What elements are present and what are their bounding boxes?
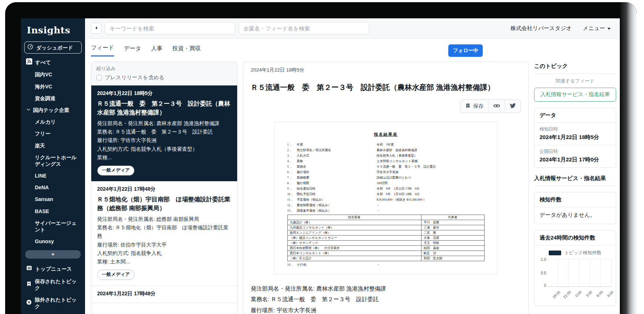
- detail-fields: 発注部局名・発注所属名: 農林水産部 漁港漁村整備課 業務名: Ｒ５流通一般 委…: [251, 283, 521, 314]
- feed-item-field: 業種: 土木関...: [97, 258, 231, 266]
- feed-item-0[interactable]: 2024年1月22日 18時5分 Ｒ５流通一般 委 第２ー３号 設計委託（農林水…: [91, 85, 237, 181]
- menu-button[interactable]: メニュー: [583, 25, 611, 32]
- chevron-down-icon: [26, 107, 31, 113]
- chart-legend: トピック検知件数: [539, 250, 611, 256]
- add-feed-button[interactable]: +: [25, 250, 81, 259]
- feed-item-field: 入札契約方式: 指名競争入札（事後審査型）: [97, 145, 231, 153]
- app-screen: Insights ダッシュボード すべて 国内VC 海外VC 資金調達: [21, 18, 621, 314]
- press-release-filter[interactable]: プレスリリースを含める: [96, 74, 232, 81]
- sidebar-item-company-0[interactable]: メルカリ: [21, 116, 85, 128]
- sidebar-item-dashboard[interactable]: ダッシュボード: [24, 41, 82, 54]
- feed-item-title: Ｒ５流通一般 委 第２ー３号 設計委託（農林水産部 漁港漁村整備課）: [97, 99, 231, 117]
- feed-item-date: 2024年1月22日 18時5分: [97, 90, 231, 97]
- sidebar-item-company-9[interactable]: Gunosy: [21, 236, 85, 247]
- table-row: 九州建設コンサルタント（株）三浦 慶宣: [287, 225, 484, 230]
- feed-item-1[interactable]: 2024年1月22日 17時48分 Ｒ５畑地化（畑）宇目南部 ほ場整備設計委託業…: [91, 181, 237, 286]
- sidebar-item-company-6[interactable]: Sansan: [21, 193, 85, 205]
- sidebar-item-saved-topics[interactable]: 保存されたトピック: [21, 275, 85, 294]
- table-row: 西日本コンサルタント（株）帆足 渉: [287, 251, 484, 256]
- back-button[interactable]: [91, 23, 102, 34]
- sidebar-item-excluded-topics[interactable]: 除外されたトピック: [21, 294, 85, 312]
- feed-filter: 絞り込み プレスリリースを含める: [91, 62, 237, 85]
- filter-label: 絞り込み: [96, 65, 232, 72]
- detection-chart: トピック検知件数 1.0 0.5 0: [534, 245, 616, 306]
- no-data-message: データがありません。: [534, 207, 616, 224]
- content-area: 絞り込み プレスリリースを含める 2024年1月22日 18時5分 Ｒ５流通一般…: [85, 60, 621, 314]
- bookmark-plus-icon: [465, 103, 471, 110]
- chart-card: 過去24時間の検知件数 トピック検知件数 1.0 0.5 0: [534, 230, 616, 306]
- sidebar-item-csv-export[interactable]: CSVエクスポート: [21, 312, 85, 314]
- sidebar-item-company-1[interactable]: フリー: [21, 128, 85, 139]
- tab-ma[interactable]: 投資・買収: [172, 45, 201, 56]
- data-card-heading: データ: [534, 108, 616, 123]
- feed-item-field: 入札契約方式: 指名競争入札: [97, 249, 231, 258]
- twitter-share-button[interactable]: [505, 100, 520, 113]
- keyword-search-input[interactable]: [105, 22, 235, 34]
- feed-item-field: 発注部局名・発注所属名: 総務部 南部振興局: [97, 215, 231, 223]
- feed-item-field: 履行場所: 佐伯市宇目大字大平: [97, 241, 231, 249]
- tabs-row: フィード データ 人事 投資・買収: [85, 39, 621, 60]
- nominated-vendors-table: 指名業者代表者 九建設計（株）平川 昌寛 九州建設コンサルタント（株）三浦 慶宣…: [287, 215, 485, 261]
- topic-detail-panel: 2024年1月22日 18時5分 Ｒ５流通一般 委 第２ー３号 設計委託（農林水…: [243, 62, 529, 314]
- copy-link-button[interactable]: [488, 100, 505, 113]
- newspaper-icon: [26, 265, 32, 273]
- detection-count-card: 検知件数 データがありません。: [534, 192, 616, 224]
- caret-down-icon: [607, 25, 611, 32]
- document-title: 指名結果表: [287, 132, 485, 137]
- feed-item-date: 2024年1月22日 17時48分: [97, 186, 231, 193]
- sidebar-item-all-feeds[interactable]: すべて: [21, 56, 85, 69]
- sidebar-item-feed-0[interactable]: 国内VC: [21, 69, 85, 80]
- sidebar: Insights ダッシュボード すべて 国内VC 海外VC 資金調達: [21, 18, 85, 314]
- chart-card-heading: 過去24時間の検知件数: [534, 231, 616, 245]
- sidebar-item-label: すべて: [35, 59, 51, 66]
- feed-item-field: 業務名: Ｒ５畑地化（畑）宇目南部 ほ場整備設計委託業務: [97, 223, 231, 240]
- sidebar-item-company-4[interactable]: LINE: [21, 170, 85, 182]
- detail-field: 履行場所: 宇佐市大字長洲: [251, 305, 521, 314]
- media-type-badge: 一般メディア: [97, 165, 135, 176]
- tab-data[interactable]: データ: [124, 45, 141, 56]
- sidebar-item-company-7[interactable]: BASE: [21, 205, 85, 217]
- media-type-badge: 一般メディア: [97, 270, 135, 280]
- rss-icon: [26, 58, 32, 66]
- table-row: （株）建設コンサルタントサニー大塚 浩憲: [287, 236, 484, 241]
- detail-date: 2024年1月22日 18時5分: [251, 67, 521, 73]
- laptop-edge: [620, 2, 637, 314]
- detail-field: 発注部局名・発注所属名: 農林水産部 漁港漁村整備課: [251, 283, 521, 294]
- feed-item-2[interactable]: 2024年1月22日 17時48分: [91, 286, 237, 303]
- feed-item-field: 業務名: Ｒ５流通一般 委 第２ー３号 設計委託: [97, 128, 231, 136]
- detail-title: Ｒ５流通一般 委 第２ー３号 設計委託（農林水産部 漁港漁村整備課）: [251, 82, 521, 93]
- sidebar-item-company-3[interactable]: リクルートホールディングス: [21, 151, 85, 170]
- company-feed-search-input[interactable]: [239, 22, 369, 34]
- feed-item-field: 履行場所: 宇佐市大字長洲: [97, 136, 231, 145]
- sidebar-item-top-news[interactable]: トップニュース: [21, 262, 85, 275]
- app-logo: Insights: [21, 22, 85, 41]
- x-circle-icon: [26, 299, 32, 307]
- sidebar-item-feed-1[interactable]: 海外VC: [21, 81, 85, 92]
- feed-item-date: 2024年1月22日 17時48分: [97, 291, 231, 297]
- table-row: （株）富士設計和田 宏太朗: [287, 256, 484, 261]
- sidebar-item-company-8[interactable]: サイバーエージェント: [21, 217, 85, 236]
- sidebar-group-domestic-tech[interactable]: 国内テック企業: [21, 104, 85, 116]
- press-release-checkbox[interactable]: [96, 75, 102, 80]
- bookmark-plus-icon: [26, 281, 32, 288]
- detail-field: 業務名: Ｒ５流通一般 委 第２ー３号 設計委託: [251, 294, 521, 304]
- sidebar-item-feed-2[interactable]: 資金調達: [21, 92, 85, 104]
- chart-x-axis: 18:00 21:00 0:00 3:00 6:00 9:00: [548, 287, 611, 291]
- following-button[interactable]: フォロー中: [448, 44, 483, 57]
- tab-feed[interactable]: フィード: [91, 44, 114, 56]
- chart-y-axis: 1.0 0.5 0: [539, 259, 548, 287]
- account-name: 株式会社リバースタジオ: [511, 25, 572, 32]
- chart-plot-area: [548, 259, 611, 287]
- sidebar-item-company-5[interactable]: DeNA: [21, 182, 85, 193]
- laptop-frame: Insights ダッシュボード すべて 国内VC 海外VC 資金調達: [5, 2, 637, 314]
- tab-hr[interactable]: 人事: [151, 45, 162, 56]
- table-row: 九建設計（株）平川 昌寛: [287, 220, 484, 225]
- related-feed-button[interactable]: 入札情報サービス・指名結果: [534, 88, 616, 102]
- sidebar-item-company-2[interactable]: 楽天: [21, 140, 85, 151]
- count-card-heading: 検知件数: [534, 193, 616, 207]
- data-card: データ 検知日時 2024年1月22日 18時5分 公開日時 2024年1月22…: [534, 108, 616, 168]
- link-icon: [493, 103, 500, 110]
- feed-item-title: Ｒ５畑地化（畑）宇目南部 ほ場整備設計委託業務（総務部 南部振興局）: [97, 195, 231, 213]
- save-button[interactable]: 保存: [460, 100, 488, 113]
- feed-item-field: 発注部局名・発注所属名: 農林水産部 漁港漁村整備課: [97, 119, 231, 128]
